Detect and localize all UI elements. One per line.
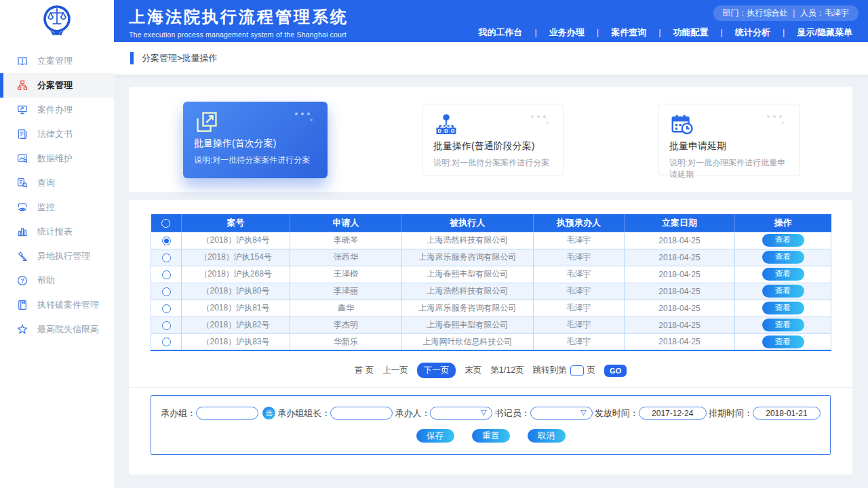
- row-radio[interactable]: [162, 321, 171, 330]
- svg-text:?: ?: [20, 278, 24, 284]
- sidebar-item-legal-documents[interactable]: 法律文书: [0, 122, 114, 146]
- view-button[interactable]: 查看: [762, 302, 804, 314]
- issue-time-input[interactable]: 2017-12-24: [639, 407, 707, 420]
- row-radio[interactable]: [162, 338, 171, 346]
- select-all-radio[interactable]: [161, 219, 170, 228]
- handler-label: 承办人：: [395, 407, 430, 420]
- cell-applicant: 李泽丽: [290, 283, 402, 300]
- table-row: （2018）沪执268号 王泽楷 上海春熙丰型有限公司 毛泽宇 2018-04-…: [151, 266, 831, 283]
- go-button[interactable]: GO: [604, 365, 627, 377]
- org-chart-icon: [16, 79, 28, 92]
- page: 立案管理 分案管理 案件办理 法律文书: [0, 0, 868, 488]
- notebook-icon: [16, 299, 28, 311]
- cell-filing-date: 2018-04-25: [625, 266, 735, 283]
- cell-applicant: 王泽楷: [290, 266, 402, 283]
- sidebar-item-monitoring[interactable]: 监控: [0, 195, 114, 220]
- sidebar-item-bankruptcy-cases[interactable]: 执转破案件管理: [0, 293, 114, 317]
- app-header: 上海法院执行流程管理系统 The execution process manag…: [114, 0, 868, 42]
- sidebar-item-remote-execution[interactable]: 异地执行管理: [0, 244, 114, 268]
- col-applicant: 申请人: [290, 214, 402, 232]
- cell-applicant: 张西华: [290, 249, 402, 266]
- view-button[interactable]: 查看: [762, 268, 804, 281]
- group-input[interactable]: [196, 407, 258, 420]
- nav-my-workbench[interactable]: 我的工作台: [472, 26, 528, 39]
- group-select-button[interactable]: 选: [262, 407, 275, 420]
- cell-case-no: （2018）沪执82号: [182, 317, 290, 333]
- sidebar-item-data-maintenance[interactable]: 数据维护: [0, 146, 114, 171]
- page-prev[interactable]: 上一页: [382, 365, 408, 376]
- view-button[interactable]: 查看: [762, 319, 804, 331]
- dots-menu-icon: [295, 113, 317, 123]
- cell-applicant: 李杰明: [290, 317, 402, 333]
- clerk-select[interactable]: [530, 407, 593, 420]
- card-batch-normal-assignment[interactable]: 批量操作(普通阶段分案) 说明:对一批待分案案件进行分案: [422, 104, 564, 176]
- row-radio[interactable]: [162, 304, 171, 313]
- sidebar-item-label: 查询: [37, 177, 55, 189]
- cell-case-no: （2018）沪执83号: [182, 333, 290, 350]
- case-list-panel: 案号 申请人 被执行人 执预承办人 立案日期 操作 （2018）沪执84号 李晓…: [129, 200, 852, 474]
- nav-business-handling[interactable]: 业务办理: [528, 26, 590, 39]
- cell-filing-date: 2018-04-25: [625, 232, 735, 249]
- document-icon: [16, 128, 28, 140]
- clerk-label: 书记员：: [495, 407, 530, 420]
- page-next[interactable]: 下一页: [417, 363, 456, 378]
- app-subtitle: The execution process management system …: [129, 30, 349, 39]
- cell-respondent: 上海席乐服务咨询有限公司: [402, 249, 534, 266]
- row-radio[interactable]: [162, 287, 171, 296]
- assignment-form: 承办组： 选 承办组组长： 承办人： 书记员： 发放时间：: [151, 395, 831, 455]
- view-button[interactable]: 查看: [762, 234, 804, 247]
- sidebar-item-label: 立案管理: [37, 55, 73, 67]
- schedule-time-input[interactable]: 2018-01-21: [753, 407, 821, 420]
- card-batch-extension-request[interactable]: 批量申请延期 说明:对一批办理案件进行批量申请延期: [658, 104, 800, 176]
- handler-select[interactable]: [430, 407, 492, 420]
- nav-case-query[interactable]: 案件查询: [591, 26, 652, 39]
- cell-filing-date: 2018-04-25: [625, 249, 735, 266]
- save-button[interactable]: 保存: [416, 429, 454, 443]
- cell-applicant: 华新乐: [290, 333, 402, 350]
- page-first[interactable]: 首 页: [355, 365, 374, 376]
- page-jump-input[interactable]: [570, 365, 584, 376]
- cancel-button[interactable]: 取消: [528, 429, 566, 443]
- pagination: 首 页 上一页 下一页 末页 第1/12页 跳转到第 页 GO: [129, 363, 852, 378]
- view-button[interactable]: 查看: [762, 285, 804, 298]
- cell-filing-date: 2018-04-25: [625, 317, 735, 333]
- sidebar-item-case-assignment[interactable]: 分案管理: [0, 73, 114, 98]
- jump-label-suffix: 页: [587, 365, 596, 376]
- group-leader-input[interactable]: [330, 407, 393, 420]
- view-button[interactable]: 查看: [762, 251, 804, 264]
- sidebar-item-supreme-court-list[interactable]: 最高院失信限高: [0, 317, 114, 342]
- table-row: （2018）沪执82号 李杰明 上海春熙丰型有限公司 毛泽宇 2018-04-2…: [151, 317, 831, 333]
- sidebar-item-case-filing[interactable]: 立案管理: [0, 49, 114, 73]
- cell-case-no: （2018）沪执80号: [182, 283, 290, 300]
- sidebar-item-case-handling[interactable]: 案件办理: [0, 98, 114, 122]
- cell-filing-date: 2018-04-25: [625, 333, 735, 350]
- row-radio[interactable]: [162, 270, 171, 279]
- sidebar-item-label: 法律文书: [37, 128, 73, 140]
- table-row: （2018）沪执81号 鑫华 上海席乐服务咨询有限公司 毛泽宇 2018-04-…: [151, 300, 831, 317]
- row-radio[interactable]: [162, 237, 171, 245]
- sidebar-item-help[interactable]: ? 帮助: [0, 268, 114, 293]
- row-radio[interactable]: [162, 253, 171, 262]
- nav-toggle-menu[interactable]: 显示/隐藏菜单: [776, 26, 859, 39]
- reset-button[interactable]: 重置: [472, 429, 510, 443]
- cell-handler: 毛泽宇: [534, 283, 625, 300]
- dots-menu-icon: [767, 115, 789, 126]
- sidebar-item-label: 分案管理: [37, 79, 73, 92]
- table-header-row: 案号 申请人 被执行人 执预承办人 立案日期 操作: [151, 214, 831, 232]
- sidebar-item-label: 执转破案件管理: [37, 299, 99, 311]
- card-desc: 说明:对一批待分案案件进行分案: [194, 155, 317, 166]
- sidebar-item-label: 数据维护: [37, 152, 73, 165]
- card-batch-first-assignment[interactable]: 批量操作(首次分案) 说明:对一批待分案案件进行分案: [183, 102, 328, 178]
- card-desc: 说明:对一批待分案案件进行分案: [433, 157, 553, 169]
- card-title: 批量操作(首次分案): [194, 138, 317, 150]
- bar-chart-icon: [16, 226, 28, 238]
- nav-statistics[interactable]: 统计分析: [715, 26, 776, 39]
- view-button[interactable]: 查看: [762, 336, 804, 348]
- table-row: （2018）沪执84号 李晓琴 上海浩然科技有限公司 毛泽宇 2018-04-2…: [151, 232, 831, 249]
- top-nav: 我的工作台 业务办理 案件查询 功能配置 统计分析 显示/隐藏菜单: [472, 26, 859, 39]
- nav-function-config[interactable]: 功能配置: [652, 26, 714, 39]
- cell-case-no: （2018）沪执154号: [182, 249, 290, 266]
- sidebar-item-statistics-report[interactable]: 统计报表: [0, 220, 114, 244]
- sidebar-item-query[interactable]: 查询: [0, 171, 114, 195]
- page-last[interactable]: 末页: [465, 365, 481, 376]
